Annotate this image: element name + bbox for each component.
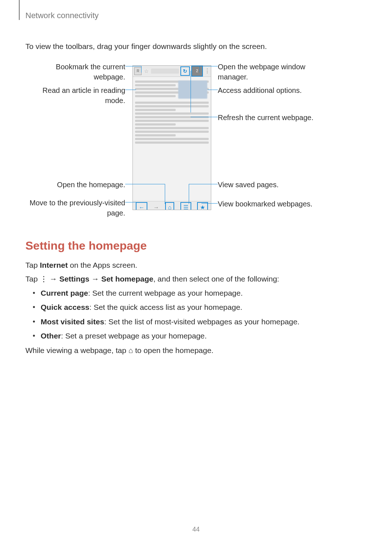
option-desc: : Set the current webpage as your homepa… — [88, 289, 243, 297]
url-bar — [151, 69, 179, 74]
callout-text: Open the homepage. — [57, 181, 125, 189]
webpage-body-blur — [133, 77, 211, 201]
bookmark-star-icon: ☆ — [143, 67, 150, 75]
browser-bottombar: ← → ⌂ ☰ ★ — [133, 201, 211, 210]
option-item: Quick access: Set the quick access list … — [33, 302, 367, 312]
option-desc: : Set the list of most-visited webpages … — [104, 317, 299, 326]
callout-text: Read an article in reading mode. — [42, 86, 125, 104]
callout-reading: Read an article in reading mode. — [25, 85, 125, 106]
option-title: Most visited sites — [41, 317, 104, 326]
text: While viewing a webpage, tap — [25, 346, 128, 354]
running-header: Network connectivity — [25, 10, 99, 21]
callout-refresh: Refresh the current webpage. — [218, 112, 327, 123]
callout-text: Refresh the current webpage. — [218, 114, 314, 122]
paragraph-app: Tap Internet on the Apps screen. — [25, 260, 367, 270]
callout-homepage: Open the homepage. — [25, 180, 125, 190]
text: to open the homepage. — [133, 346, 213, 354]
option-title: Current page — [41, 289, 88, 297]
text: on the Apps screen. — [68, 261, 137, 269]
page-content: To view the toolbars, drag your finger d… — [25, 38, 367, 358]
section-heading: Setting the homepage — [25, 238, 367, 254]
callout-bookmark: Bookmark the current webpage. — [25, 62, 125, 82]
callout-text: Bookmark the current webpage. — [56, 63, 125, 81]
intro-paragraph: To view the toolbars, drag your finger d… — [25, 41, 367, 52]
callout-text: Open the webpage window manager. — [218, 63, 305, 81]
back-icon: ← — [136, 202, 147, 210]
text: Tap — [25, 275, 40, 283]
callout-options: Access additional options. — [218, 85, 327, 95]
option-item: Most visited sites: Set the list of most… — [33, 316, 367, 327]
phone-mockup: R ☆ ↻ 2 ⋮ ← → — [132, 65, 211, 210]
menu-settings: Settings — [59, 275, 89, 283]
arrow: → — [89, 275, 101, 283]
text: Tap — [25, 261, 40, 269]
reader-mode-icon: R — [134, 67, 142, 75]
option-desc: : Set a preset webpage as your homepage. — [61, 332, 207, 340]
callout-text: View saved pages. — [218, 181, 279, 189]
margin-rule — [19, 0, 20, 20]
home-icon: ⌂ — [128, 346, 133, 354]
more-options-icon: ⋮ — [204, 67, 209, 75]
callout-back: Move to the previously-visited page. — [25, 198, 125, 218]
browser-diagram: R ☆ ↻ 2 ⋮ ← → — [25, 58, 367, 223]
text: , and then select one of the following: — [153, 275, 279, 283]
forward-icon: → — [153, 204, 159, 210]
option-title: Other — [41, 332, 61, 340]
paragraph-path: Tap ⋮ → Settings → Set homepage, and the… — [25, 274, 367, 284]
home-icon: ⌂ — [165, 202, 175, 210]
callout-windows: Open the webpage window manager. — [218, 62, 327, 82]
callout-text: Move to the previously-visited page. — [30, 199, 125, 217]
windows-icon: 2 — [191, 66, 203, 77]
more-icon: ⋮ — [40, 275, 48, 283]
menu-set-homepage: Set homepage — [101, 275, 154, 283]
option-item: Current page: Set the current webpage as… — [33, 288, 367, 298]
option-item: Other: Set a preset webpage as your home… — [33, 331, 367, 341]
browser-topbar: R ☆ ↻ 2 ⋮ — [133, 66, 211, 77]
option-desc: : Set the quick access list as your home… — [89, 303, 242, 311]
page-number: 44 — [0, 525, 392, 534]
options-list: Current page: Set the current webpage as… — [25, 288, 367, 341]
refresh-icon: ↻ — [180, 66, 190, 76]
arrow: → — [48, 275, 60, 283]
app-name: Internet — [40, 261, 68, 269]
callout-saved: View saved pages. — [218, 180, 327, 190]
callout-text: View bookmarked webpages. — [218, 200, 313, 208]
option-title: Quick access — [41, 303, 89, 311]
saved-pages-icon: ☰ — [180, 202, 191, 210]
callout-text: Access additional options. — [218, 86, 302, 94]
callout-bookmarks: View bookmarked webpages. — [218, 199, 334, 209]
paragraph-final: While viewing a webpage, tap ⌂ to open t… — [25, 345, 367, 356]
